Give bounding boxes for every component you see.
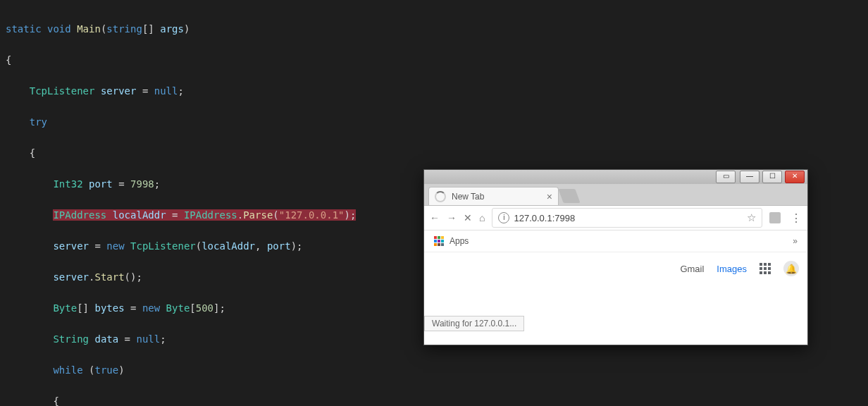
window-close-button[interactable]: ✕ [785, 171, 805, 183]
bookmark-star-icon[interactable]: ☆ [747, 211, 756, 224]
browser-tab[interactable]: New Tab × [428, 187, 559, 205]
tab-close-button[interactable]: × [547, 191, 552, 202]
apps-grid-icon[interactable] [434, 236, 444, 246]
loading-spinner-icon [435, 191, 446, 202]
code-line: { [0, 393, 868, 406]
browser-content: Gmail Images 🔔 Waiting for 127.0.0.1... [424, 252, 807, 331]
code-line: while (true) [0, 362, 868, 378]
window-minimize-button[interactable]: — [740, 171, 760, 183]
code-line: { [0, 145, 868, 161]
new-tab-button[interactable] [558, 189, 580, 203]
images-link[interactable]: Images [717, 264, 747, 274]
browser-nav-row: ← → ✕ ⌂ i 127.0.0.1:7998 ☆ ⋮ [424, 206, 807, 230]
code-line: static void Main(string[] args) [0, 21, 868, 37]
extension-icon[interactable] [769, 212, 781, 223]
window-titlebar[interactable]: ▭ — ☐ ✕ [424, 170, 807, 184]
site-info-icon[interactable]: i [498, 212, 509, 223]
back-button[interactable]: ← [430, 212, 440, 223]
apps-label[interactable]: Apps [450, 236, 469, 246]
browser-tabbar: New Tab × [424, 184, 807, 206]
window-maximize-button[interactable]: ☐ [762, 171, 782, 183]
browser-menu-button[interactable]: ⋮ [790, 211, 802, 225]
address-bar[interactable]: i 127.0.0.1:7998 ☆ [492, 208, 762, 228]
tab-title: New Tab [452, 192, 484, 202]
code-line: { [0, 52, 868, 68]
browser-window[interactable]: ▭ — ☐ ✕ New Tab × ← → ✕ ⌂ i 127.0.0.1:79… [423, 169, 808, 345]
gmail-link[interactable]: Gmail [680, 264, 704, 274]
notifications-icon[interactable]: 🔔 [783, 261, 799, 276]
home-button[interactable]: ⌂ [479, 212, 485, 223]
browser-status-text: Waiting for 127.0.0.1... [424, 316, 524, 331]
google-apps-icon[interactable] [760, 263, 771, 274]
code-line: try [0, 114, 868, 130]
forward-button[interactable]: → [447, 212, 457, 223]
stop-button[interactable]: ✕ [464, 212, 472, 223]
bookmarks-bar: Apps » [424, 230, 807, 252]
code-line: TcpListener server = null; [0, 83, 868, 99]
bookmarks-overflow-button[interactable]: » [793, 236, 798, 246]
url-text: 127.0.0.1:7998 [514, 213, 575, 223]
page-top-links: Gmail Images 🔔 [680, 261, 799, 276]
window-detach-button[interactable]: ▭ [716, 171, 736, 183]
